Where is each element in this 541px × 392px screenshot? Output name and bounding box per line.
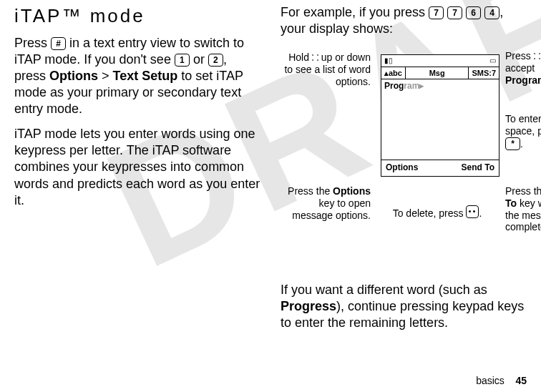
keycap-7: 7 (447, 6, 462, 19)
keycap-clear (466, 205, 479, 218)
text: Options (333, 185, 371, 197)
page-columns: iTAP™ mode Press # in a text entry view … (0, 0, 541, 362)
softkey-left: Options (386, 162, 418, 173)
keycap-hash: # (51, 37, 66, 50)
callout-delete: To delete, press . (384, 205, 491, 220)
callout-hold-updown: Hold ⸬ up or down to see a list of word … (281, 52, 371, 87)
text-setup-label: Text Setup (113, 69, 178, 83)
screen-title: Msg (406, 67, 468, 79)
callout-options-key: Press the Options key to open message op… (281, 185, 371, 221)
page-number: 45 (515, 375, 527, 386)
phone-screen: ▮▯ ▭ ▴abc Msg SMS:7 Program▸ Options Sen… (381, 54, 499, 176)
signal-icon: ▮▯ (384, 57, 393, 66)
text: Press the (288, 185, 333, 197)
text: Press ⸬ right to accept (505, 50, 541, 74)
keycap-1: 1 (175, 54, 190, 67)
suggestion-text: ram (404, 81, 419, 91)
text: > (98, 69, 113, 83)
section-heading: iTAP™ mode (14, 4, 260, 28)
text: If you want a different word (such as (281, 283, 487, 297)
text: To delete, press (393, 207, 467, 219)
progress-label: Progress (281, 299, 336, 313)
text: . (520, 138, 523, 150)
text: abc (389, 69, 402, 77)
keycap-6: 6 (466, 6, 481, 19)
keycap-4: 4 (484, 6, 499, 19)
keycap-2: 2 (208, 54, 223, 67)
callout-accept: Press ⸬ right to accept Program. (505, 50, 541, 86)
page-footer: basics 45 (476, 375, 527, 388)
message-area: Program▸ (381, 79, 499, 160)
para-4: If you want a different word (such as Pr… (281, 282, 527, 331)
para-3: For example, if you press 7 7 6 4, your … (281, 4, 527, 37)
typed-text: Prog (384, 81, 404, 91)
callout-sendto: Press the Send To key when the message i… (505, 185, 541, 233)
text: or (190, 52, 208, 67)
text: Press the (505, 185, 541, 197)
char-count: SMS:7 (468, 67, 499, 79)
cursor-arrow-icon: ▸ (419, 81, 424, 91)
text: To enter a space, press (505, 113, 541, 137)
footer-section: basics (476, 375, 505, 386)
softkey-right: Send To (462, 162, 494, 173)
left-column: iTAP™ mode Press # in a text entry view … (14, 4, 260, 362)
keycap-7: 7 (429, 6, 444, 19)
right-column: For example, if you press 7 7 6 4, your … (281, 4, 527, 362)
text: Press (14, 36, 51, 50)
text: key to open message options. (292, 197, 371, 221)
phone-statusbar: ▮▯ ▭ (381, 55, 499, 67)
callout-space: To enter a space, press *. (505, 113, 541, 150)
para-2: iTAP mode lets you enter words using one… (14, 126, 260, 208)
battery-icon: ▭ (489, 57, 496, 66)
text: Program (505, 74, 541, 86)
keycap-star: * (505, 137, 520, 150)
mode-indicator: ▴abc (381, 67, 406, 79)
phone-modebar: ▴abc Msg SMS:7 (381, 67, 499, 79)
para-1: Press # in a text entry view to switch t… (14, 35, 260, 117)
text: For example, if you press (281, 5, 429, 19)
softkey-bar: Options Send To (381, 160, 499, 175)
options-label: Options (49, 69, 98, 83)
text: . (479, 207, 482, 219)
phone-illustration: ▮▯ ▭ ▴abc Msg SMS:7 Program▸ Options Sen… (281, 46, 527, 253)
